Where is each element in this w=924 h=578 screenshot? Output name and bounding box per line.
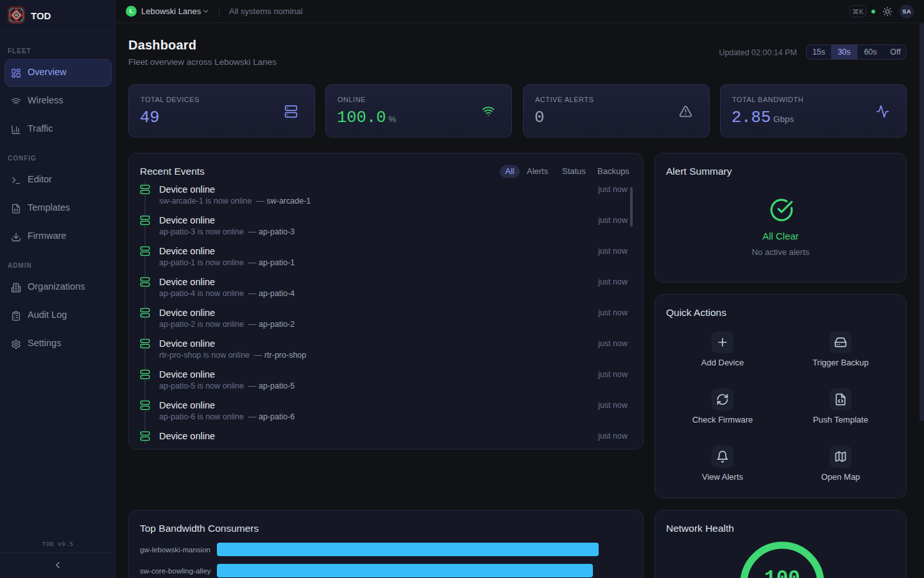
svg-text:100: 100 — [764, 567, 800, 578]
